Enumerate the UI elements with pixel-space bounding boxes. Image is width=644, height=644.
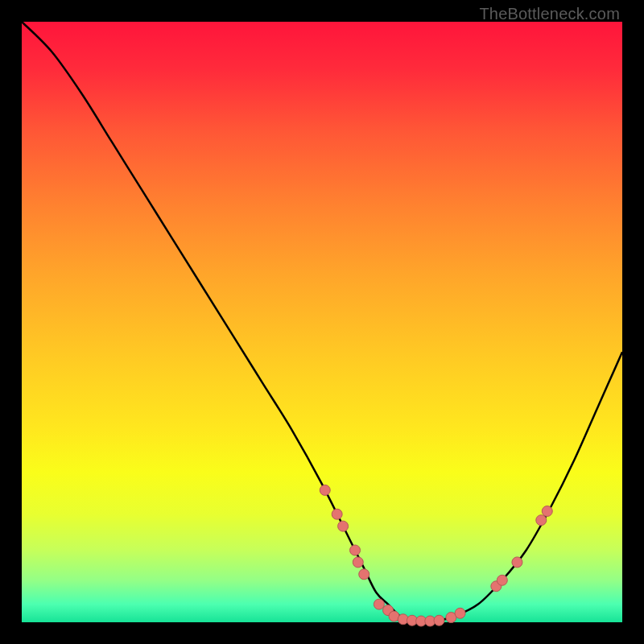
data-point: [338, 521, 349, 531]
data-point: [455, 608, 465, 618]
plot-area: [22, 22, 622, 622]
data-point: [359, 569, 369, 580]
data-point: [434, 615, 444, 625]
data-point: [353, 557, 363, 568]
watermark-text: TheBottleneck.com: [479, 5, 620, 23]
data-point: [542, 506, 552, 516]
data-point: [320, 485, 330, 495]
data-point: [332, 509, 342, 519]
bottleneck-curve: [22, 22, 622, 623]
data-point: [350, 545, 361, 555]
chart-svg: [22, 22, 622, 622]
data-point: [512, 557, 522, 568]
data-point: [374, 599, 384, 609]
data-point: [497, 575, 507, 585]
data-points: [320, 485, 552, 626]
chart-frame: TheBottleneck.com: [0, 0, 644, 644]
data-point: [536, 515, 547, 526]
